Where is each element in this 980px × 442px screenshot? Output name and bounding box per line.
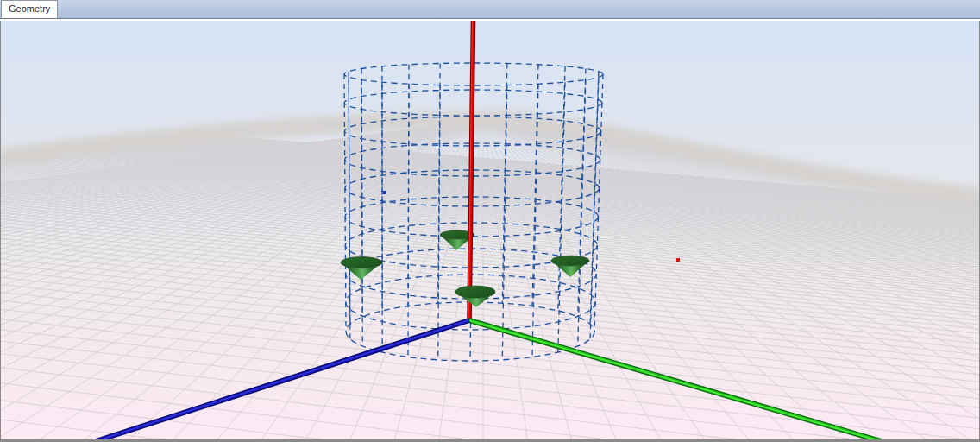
geometry-scene[interactable]	[0, 19, 980, 442]
tab-geometry[interactable]: Geometry	[1, 0, 58, 18]
blue-marker	[383, 191, 386, 194]
tab-bar: Geometry	[0, 0, 980, 19]
3d-viewport[interactable]	[0, 19, 980, 442]
red-marker	[676, 258, 680, 262]
application-window: Geometry	[0, 0, 980, 442]
